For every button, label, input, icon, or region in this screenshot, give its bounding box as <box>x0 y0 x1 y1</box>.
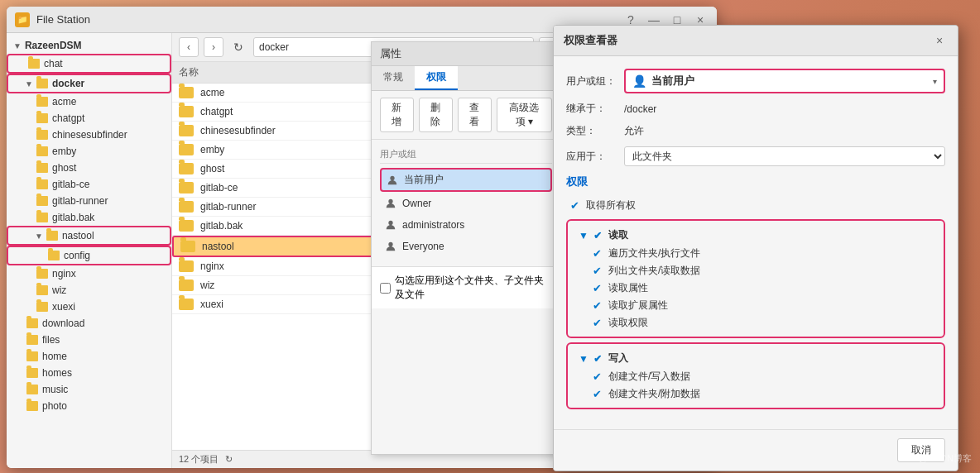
tab-general[interactable]: 常规 <box>372 66 415 90</box>
sidebar-item-emby[interactable]: emby <box>7 143 171 160</box>
properties-header: 属性 <box>372 42 560 66</box>
tab-permissions[interactable]: 权限 <box>415 66 458 90</box>
read-ext-attr-label: 读取扩展属性 <box>608 299 668 313</box>
sidebar-item-nastool-label: nastool <box>62 230 94 241</box>
file-item-ghost-label: ghost <box>200 163 224 174</box>
create-folder-label: 创建文件夹/附加数据 <box>608 387 700 401</box>
sidebar-item-docker-label: docker <box>52 78 84 89</box>
user-item-owner[interactable]: Owner <box>380 194 552 213</box>
gitlabbak-folder-icon <box>36 213 48 222</box>
user-field-value: 当前用户 <box>651 74 928 88</box>
user-item-current[interactable]: 当前用户 <box>380 168 552 192</box>
user-item-everyone[interactable]: Everyone <box>380 236 552 256</box>
user-list: 用户或组 当前用户 Owner administrators Everyone <box>372 148 560 266</box>
prop-advanced-button[interactable]: 高级选项 <box>497 98 552 132</box>
perm-read-ext-attr: ✔ 读取扩展属性 <box>574 297 937 314</box>
sidebar-item-acme[interactable]: acme <box>7 93 171 110</box>
inherit-value: /docker <box>624 103 945 115</box>
sidebar-item-homes[interactable]: homes <box>7 365 171 381</box>
apply-checkbox-area: 勾选应用到这个文件夹、子文件夹及文件 <box>372 266 560 308</box>
sidebar-item-wiz-label: wiz <box>52 284 66 296</box>
dialog-row-apply: 应用于： 此文件夹 此文件夹及子文件夹 所有子文件夹 所有文件 <box>566 146 945 166</box>
prop-action-bar: 新增 删除 查看 高级选项 <box>372 91 560 140</box>
current-user-icon <box>386 174 399 187</box>
user-select-field[interactable]: 👤 当前用户 ▾ <box>624 69 945 93</box>
administrators-icon <box>384 218 397 232</box>
sidebar-item-nastool[interactable]: ▼ nastool <box>7 226 171 246</box>
chat-folder-icon <box>28 59 40 69</box>
gitlabrunner-folder-icon <box>36 196 48 206</box>
perm-group-write: ▼ ✔ 写入 ✔ 创建文件/写入数据 ✔ 创建文件夹/附加数据 <box>566 342 945 409</box>
perm-create-file: ✔ 创建文件/写入数据 <box>574 368 937 385</box>
sidebar-root[interactable]: ▼ RazeenDSM <box>7 37 171 54</box>
sidebar-item-home-label: home <box>42 351 67 362</box>
dialog-close-button[interactable]: × <box>931 32 948 49</box>
user-list-header: 用户或组 <box>380 148 552 164</box>
sidebar-item-photo[interactable]: photo <box>7 398 171 414</box>
apply-checkbox-input[interactable] <box>380 283 391 294</box>
prop-remove-button[interactable]: 删除 <box>419 98 453 132</box>
sidebar: ▼ RazeenDSM chat ▼ docker acme <box>7 33 172 468</box>
dialog-title: 权限查看器 <box>564 33 617 48</box>
emby-icon <box>179 144 194 155</box>
refresh-button[interactable]: ↻ <box>228 37 248 57</box>
user-item-administrators[interactable]: administrators <box>380 215 552 235</box>
file-item-gitlabbak-label: gitlab.bak <box>200 220 243 232</box>
footer-refresh-icon[interactable]: ↻ <box>225 454 233 465</box>
read-perm-label: 读取权限 <box>608 316 648 330</box>
sidebar-item-ghost[interactable]: ghost <box>7 160 171 176</box>
sidebar-item-chat[interactable]: chat <box>7 54 171 74</box>
user-field-dropdown-icon: ▾ <box>933 77 937 86</box>
sidebar-item-download[interactable]: download <box>7 315 171 332</box>
read-group-expand-icon: ▼ <box>579 230 588 241</box>
dialog-row-inherit: 继承于： /docker <box>566 102 945 116</box>
ghost-folder-icon <box>36 163 48 173</box>
read-perm-check: ✔ <box>593 317 602 329</box>
sidebar-item-nginx[interactable]: nginx <box>7 265 171 282</box>
forward-button[interactable]: › <box>204 37 223 57</box>
back-button[interactable]: ‹ <box>179 37 199 57</box>
sidebar-item-files[interactable]: files <box>7 332 171 348</box>
sidebar-item-gitlabce-label: gitlab-ce <box>52 179 89 190</box>
svg-point-0 <box>390 175 394 179</box>
create-file-label: 创建文件/写入数据 <box>608 370 690 384</box>
sidebar-item-nginx-label: nginx <box>52 268 76 280</box>
perm-list: ✔ 列出文件夹/读取数据 <box>574 262 937 280</box>
gitlabbak-icon <box>179 220 194 232</box>
traverse-check: ✔ <box>593 247 602 260</box>
sidebar-item-gitlab-bak[interactable]: gitlab.bak <box>7 209 171 226</box>
apply-select[interactable]: 此文件夹 此文件夹及子文件夹 所有子文件夹 所有文件 <box>624 146 945 166</box>
properties-tabs: 常规 权限 <box>372 66 560 91</box>
perm-group-write-header[interactable]: ▼ ✔ 写入 <box>574 349 937 368</box>
sidebar-item-config[interactable]: config <box>7 246 171 265</box>
sidebar-item-xuexi[interactable]: xuexi <box>7 299 171 315</box>
sidebar-item-chatgpt[interactable]: chatgpt <box>7 110 171 127</box>
sidebar-item-wiz[interactable]: wiz <box>7 282 171 299</box>
svg-point-1 <box>388 199 392 203</box>
sidebar-item-chat-label: chat <box>44 58 63 69</box>
wiz-folder-icon <box>36 285 48 295</box>
prop-add-button[interactable]: 新增 <box>380 98 414 132</box>
sidebar-item-gitlab-runner[interactable]: gitlab-runner <box>7 193 171 209</box>
sidebar-item-chinesesubfinder[interactable]: chinesesubfinder <box>7 127 171 143</box>
sidebar-item-home[interactable]: home <box>7 348 171 365</box>
sidebar-item-music[interactable]: music <box>7 381 171 398</box>
read-group-check: ✔ <box>593 230 602 241</box>
file-item-emby-label: emby <box>200 144 224 155</box>
permissions-section-label[interactable]: 权限 <box>566 174 945 189</box>
download-folder-icon <box>26 318 38 328</box>
file-item-gitlabce-label: gitlab-ce <box>200 182 238 194</box>
user-field-label: 用户或组： <box>566 74 624 88</box>
emby-folder-icon <box>36 146 48 156</box>
file-item-nastool-label: nastool <box>202 241 234 252</box>
sidebar-item-ghost-label: ghost <box>52 162 76 174</box>
apply-checkbox-label: 勾选应用到这个文件夹、子文件夹及文件 <box>395 274 552 302</box>
list-label: 列出文件夹/读取数据 <box>608 264 700 278</box>
perm-item-all-rights: ✔ 取得所有权 <box>566 196 945 215</box>
sidebar-item-gitlab-ce[interactable]: gitlab-ce <box>7 176 171 193</box>
all-rights-label: 取得所有权 <box>586 198 636 213</box>
perm-group-read-header[interactable]: ▼ ✔ 读取 <box>574 226 937 245</box>
sidebar-item-docker[interactable]: ▼ docker <box>7 74 171 93</box>
prop-view-button[interactable]: 查看 <box>458 98 492 132</box>
wiz-icon <box>179 280 194 291</box>
